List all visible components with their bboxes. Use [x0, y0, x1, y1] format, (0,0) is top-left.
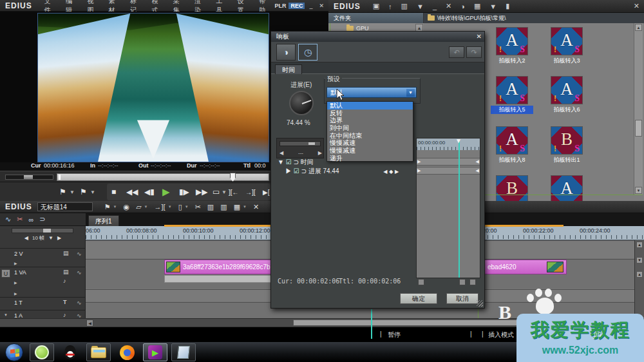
thumb-label[interactable]: 拍板转入8 [491, 156, 533, 164]
kf-tree-row-progress[interactable]: ▶ ☑ ⊃ 进展 74.44 ◀ ◆ ▶ [285, 167, 399, 176]
bin-link-caret[interactable]: ▼ [243, 205, 247, 209]
export-caret[interactable]: ▼ [168, 205, 172, 209]
ripple-cut-icon[interactable]: ✂ [17, 215, 23, 224]
kf-tree-row-time[interactable]: ▼ ☑ ⊃ 时间 [278, 158, 314, 167]
new-doc-caret[interactable]: ▼ [144, 205, 148, 209]
kf-mode-select[interactable]: ◀ --- ▶ [278, 149, 323, 157]
prev-frame-button[interactable]: ◀▮ [144, 186, 155, 198]
film-icon[interactable]: ▤ [63, 269, 69, 275]
new-doc-icon[interactable]: ▱ [136, 203, 141, 211]
timeline-playhead[interactable] [371, 309, 372, 339]
transition-thumb-selected[interactable]: AS! [496, 76, 528, 104]
bin-scrollbar[interactable]: ▲ ▼ [634, 23, 643, 195]
kf-row-time[interactable]: ▶ ◀ [417, 158, 480, 166]
audio-icon[interactable]: ♪ [63, 278, 66, 284]
kf-ruler[interactable]: 00:00:00:00 [417, 138, 480, 150]
set-out-button[interactable]: →][ [245, 186, 256, 198]
thumb-label[interactable]: 拍板转入6 [545, 106, 588, 114]
zoom-right-icon[interactable]: ▶ [57, 235, 61, 241]
resize-grip[interactable] [477, 300, 483, 307]
kf-mode-left-icon[interactable]: ◀ [279, 150, 283, 156]
delete-icon[interactable]: ✕ [441, 2, 456, 10]
transition-thumb[interactable]: A [551, 175, 583, 204]
add-keyframe-icon[interactable]: ◆ [389, 169, 393, 175]
tree-collapse-icon[interactable]: ▼ [278, 158, 284, 166]
film-icon[interactable]: ▤ [63, 250, 69, 256]
tab-time[interactable]: 时间 [275, 64, 302, 74]
monitor-caret[interactable]: ▼ [222, 186, 227, 198]
ok-button[interactable]: 确定 [400, 293, 437, 304]
paste-icon[interactable]: ▥ [220, 203, 227, 211]
duplicate-icon[interactable]: ▥ [397, 2, 412, 10]
view-grid-icon[interactable]: ▦ [469, 2, 485, 10]
save-caret[interactable]: ▼ [185, 205, 189, 209]
kf-slider[interactable] [279, 141, 321, 146]
waveform-icon[interactable]: ∿ [5, 215, 11, 224]
time-checkbox[interactable]: ☑ [286, 158, 292, 166]
zoom-slider-handle[interactable] [43, 229, 51, 233]
timeline-zoom-slider[interactable] [12, 228, 73, 233]
tree-expand-icon[interactable]: ▶ [285, 167, 292, 175]
delete-icon[interactable]: ✕ [253, 203, 259, 211]
transition-thumb[interactable]: AS! [551, 27, 583, 55]
marker-icon[interactable]: ⚑ [104, 203, 111, 211]
loop-icon[interactable]: ∞ [28, 216, 33, 224]
play-around-button[interactable]: ▶[ [263, 186, 269, 198]
track-header-1va[interactable]: U 1 VA ▤ ♪ ∿ ▶ ▶ [0, 267, 86, 296]
mark-out-caret[interactable]: ▼ [90, 186, 95, 198]
playhead-pin[interactable] [230, 173, 236, 182]
scroll-thumb[interactable] [635, 120, 642, 137]
taskbar-gadget[interactable] [171, 343, 196, 361]
export-icon[interactable]: →][ [155, 203, 166, 211]
expand-icon[interactable]: ▶ [14, 280, 17, 285]
stop-button[interactable]: ■ [111, 186, 116, 198]
duplicate-caret[interactable]: ▼ [412, 3, 428, 10]
capture-icon[interactable]: ◉ [124, 203, 130, 211]
lock-icon[interactable]: ▮ [501, 2, 514, 10]
collapse-icon[interactable]: ▼ [4, 313, 8, 317]
up-folder-icon[interactable]: ↑ [384, 3, 397, 10]
effect-icon[interactable]: ◑ [456, 3, 469, 10]
kf-playhead-marker[interactable]: ▼ [455, 138, 462, 144]
taskbar-browser-360[interactable] [30, 343, 54, 361]
thumb-label[interactable]: 拍板转入3 [545, 57, 588, 65]
kf-vscroll-box[interactable] [469, 279, 476, 285]
zoom-left-icon[interactable]: ◀ [24, 235, 28, 241]
expand-icon[interactable]: ▶ [14, 261, 17, 265]
undo-icon[interactable]: ↶ [449, 46, 464, 58]
progress-checkbox[interactable]: ☑ [294, 167, 299, 175]
option-to-middle[interactable]: 到中间 [327, 124, 413, 132]
track-header-2v[interactable]: 2 V ▤ ∿ ▶ [0, 248, 86, 266]
next-frame-button[interactable]: ▮▶ [179, 186, 189, 198]
color-settings-icon[interactable]: ◑ [276, 44, 296, 61]
option-end-middle[interactable]: 在中间结束 [327, 132, 413, 140]
hscroll-thumb[interactable] [293, 319, 518, 326]
sequence-tab[interactable]: 序列1 [88, 215, 119, 226]
bin-link-icon[interactable]: ▦ [234, 203, 240, 211]
zoom-scale-row[interactable]: ◀ 10 帧 ▼ ▶ [0, 234, 86, 241]
transition-thumb[interactable]: AS! [551, 76, 583, 104]
track-header-1t[interactable]: 1 T T ∿ [0, 297, 86, 309]
transition-thumb[interactable]: AS! [496, 126, 528, 155]
hscroll-left-icon[interactable]: ◀ [86, 319, 93, 327]
thumb-label[interactable]: 拍板转出1 [545, 156, 588, 164]
zoom-caret[interactable]: ▼ [48, 235, 53, 241]
keyframe-timeline-panel[interactable]: 00:00:00:00 ▼ ▶ ◀ ▶ ◀ [416, 138, 480, 278]
option-slow-decel[interactable]: 慢慢减速 [327, 139, 413, 147]
track-mute-button[interactable]: U [1, 269, 10, 278]
save-icon[interactable]: ▯ [178, 203, 182, 211]
rewind-button[interactable]: ◀◀ [126, 186, 138, 198]
taskbar-firefox[interactable] [115, 343, 139, 361]
play-button[interactable]: ▶ [162, 186, 170, 198]
mark-out-flag-button[interactable]: ⚑ [80, 186, 87, 198]
kf-slider-handle[interactable] [308, 142, 315, 145]
thumb-label-selected[interactable]: 拍板转入5 [491, 106, 533, 114]
transition-thumb[interactable]: B [496, 175, 528, 204]
kf-row-progress[interactable]: ▶ ◀ [417, 167, 480, 175]
scroll-down-icon[interactable]: ▼ [635, 187, 642, 194]
dialog-close-button[interactable]: ✕ [477, 33, 482, 40]
monitor-button[interactable]: ▭ [213, 186, 220, 198]
transition-thumb[interactable]: BS! [551, 126, 583, 155]
snap-icon[interactable]: ⊃ [39, 215, 45, 224]
redo-icon[interactable]: ↷ [466, 46, 482, 58]
